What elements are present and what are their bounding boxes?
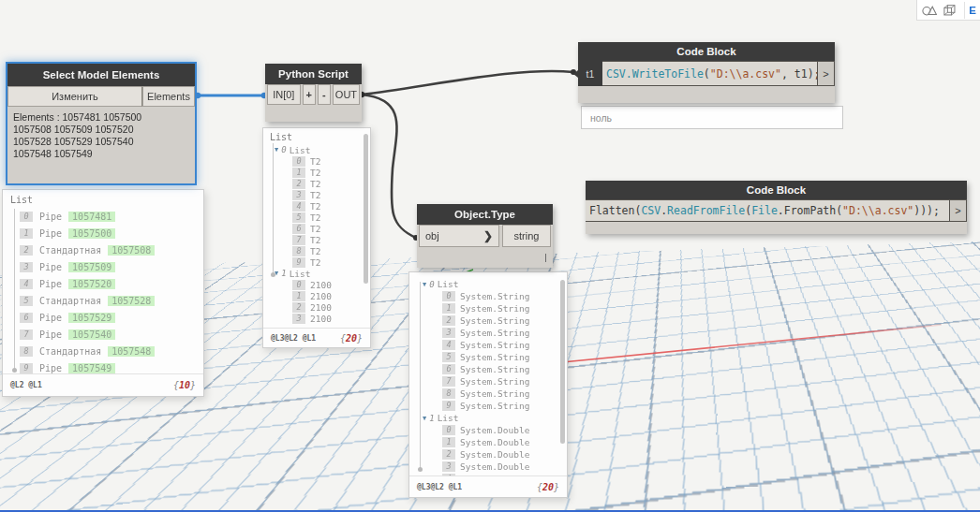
group-index: 0 [429,280,434,289]
add-input-button[interactable]: + [303,84,316,105]
node-code-block-write[interactable]: Code Block t1 CSV.WriteToFile("D:\\a.csv… [578,42,835,103]
remove-input-button[interactable]: - [318,84,331,105]
item-index: 0 [442,291,455,301]
expand-icon: ▼ [423,415,426,422]
output-port-string[interactable]: string [502,225,551,247]
node-code-block-read[interactable]: Code Block Flatten(CSV.ReadFromFile(File… [586,181,967,234]
item-type: Pipe [39,279,62,289]
item-value: System.String [460,340,529,350]
node-footer [586,222,967,234]
scrollbar-thumb[interactable] [364,134,368,284]
output-port-out[interactable]: OUT [333,84,360,105]
list-item: 3Pipe1057509 [10,258,203,275]
group-index: 0 [281,145,286,154]
item-value: System.Double [460,461,529,472]
item-value: T2 [310,156,320,167]
code-token: ( [745,204,751,217]
item-type: Pipe [39,228,62,239]
input-port-in0[interactable]: IN[0] [267,84,301,105]
node-object-type[interactable]: Object.Type obj ❯ string [417,204,553,268]
code-token: ))); [913,204,940,217]
preview-footer: @L3@L2 @L1 {20} [409,475,567,497]
item-index: 2 [292,302,305,313]
note-text: ноль [590,112,612,124]
item-value: T2 [310,235,320,245]
selected-elements-text: Elements : 1057481 10575001057508 105750… [7,107,195,165]
item-index: 0 [292,280,305,290]
text-note-input[interactable]: ноль [581,106,843,129]
list-item: 5T2 [270,212,370,223]
output-port[interactable]: > [950,199,967,222]
code-token: ReadFromFile [667,204,745,217]
item-index: 3 [20,262,33,272]
list-item: 6System.String [418,363,567,375]
list-level-chevron-icon[interactable]: ❯ [483,229,493,242]
code-token: Flatten( [589,204,641,217]
cube-3d-icon[interactable] [943,2,957,19]
item-index: 3 [442,328,455,338]
code-text[interactable]: Flatten(CSV.ReadFromFile(File.FromPath("… [586,199,950,222]
item-value: T2 [310,201,320,212]
node-title: Object.Type [417,204,553,225]
output-port[interactable]: > [818,61,835,86]
toolbar-divider [964,2,965,19]
list-group-header[interactable]: ▼0List [418,278,567,290]
list-item: 9Pipe1057549 [10,359,203,373]
item-index: 3 [292,314,305,324]
list-item: 4T2 [270,200,370,212]
list-item: 8T2 [270,245,370,256]
input-port-obj[interactable]: obj ❯ [419,225,499,247]
list-item: 5Стандартная1057528 [10,292,203,309]
item-type: Стандартная [39,346,101,357]
list-group-header[interactable]: ▼0List [270,144,370,155]
item-index: 1 [292,291,305,301]
node-select-model-elements[interactable]: Select Model Elements Изменить Elements … [7,64,195,183]
item-id: 1057520 [68,279,115,289]
list-root-label: List [10,195,203,205]
body-line: 1057508 1057509 1057520 [13,124,189,136]
code-text[interactable]: CSV.WriteToFile("D:\\a.csv", t1); [602,61,818,86]
item-index: 7 [20,329,33,340]
code-token: File [751,204,778,217]
preview-footer: @L2 @L1 {10} [3,373,203,396]
lacing-levels: @L2 @L1 [10,381,42,389]
output-port-elements[interactable]: Elements [142,86,195,107]
preview-panel-python-output: List ▼0List0T21T22T23T24T25T26T27T28T29T… [262,127,371,348]
item-index: 1 [442,437,455,447]
item-value: T2 [310,212,320,223]
item-value: System.String [460,401,529,411]
node-python-script[interactable]: Python Script IN[0] + - OUT [265,64,362,122]
item-index: 8 [20,346,33,357]
item-value: T2 [310,190,320,200]
preview-footer: @L3@L2 @L1 {20} [263,328,370,347]
item-index: 1 [20,228,33,239]
scrollbar-thumb[interactable] [560,280,565,444]
item-type: Pipe [39,313,62,323]
code-token: .FromPath( [778,204,842,217]
list-group-header[interactable]: ▼1List [418,412,567,424]
list-item: 3T2 [270,189,370,200]
list-item: 1System.String [418,302,567,315]
item-index: 8 [442,388,455,399]
item-value: System.String [460,352,529,362]
list-group-header[interactable]: ▼1List [270,268,370,279]
item-id: 1057481 [68,212,115,222]
node-title: Code Block [586,181,967,199]
group-label: List [438,279,459,289]
lacing-levels: @L3@L2 @L1 [271,334,316,343]
item-value: System.String [460,303,529,314]
list-item: 9System.String [418,400,567,412]
geometry-preview-icon[interactable] [921,2,938,19]
input-port-t1[interactable]: t1 [578,61,602,86]
item-id: 1057548 [108,346,155,357]
list-item: 1System.Double [418,436,567,448]
item-value: System.Double [460,437,529,447]
node-title: Code Block [578,42,835,61]
wire-python-to-codeblock[interactable] [362,71,573,95]
item-index: 4 [292,201,305,212]
change-selection-button[interactable]: Изменить [7,86,142,107]
item-value: System.String [460,388,529,399]
body-line: 1057548 1057549 [13,148,189,160]
item-index: 3 [292,190,305,200]
code-token: . [661,204,667,217]
